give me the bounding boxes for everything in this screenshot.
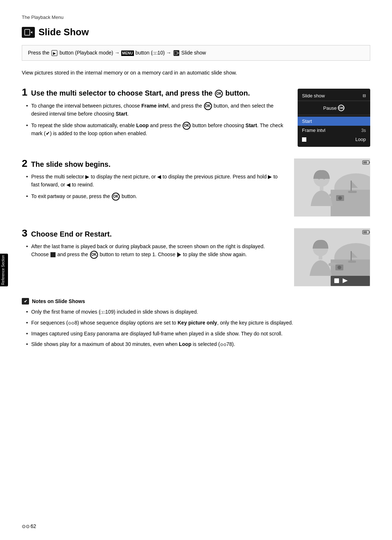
slide-show-title-icon [22, 27, 35, 38]
step2-bullet1: Press the multi selector ▶ to display th… [26, 173, 283, 189]
menu-frame-row: Frame intvl 3s [298, 126, 370, 135]
svg-point-15 [338, 196, 342, 200]
step1-bullet2: To repeat the slide show automatically, … [26, 122, 287, 138]
menu-loop-row: Loop [298, 135, 370, 144]
intro-text: View pictures stored in the internal mem… [22, 69, 276, 77]
ok-symbol-b1: OK [204, 102, 212, 110]
play-icon [177, 252, 181, 257]
notes-item-3: Images captured using Easy panorama are … [26, 330, 370, 338]
svg-marker-3 [177, 52, 179, 54]
reference-section-label: Reference Section [1, 255, 5, 285]
step3-content: 3 Choose End or Restart. After the last … [22, 228, 283, 286]
illustration2-svg [294, 229, 370, 286]
svg-rect-18 [363, 161, 367, 164]
step2-bullet2: To exit partway or pause, press the OK b… [26, 193, 283, 201]
step1-bullets: To change the interval between pictures,… [22, 102, 287, 138]
footer-icon: ⊙⊙ [22, 524, 30, 529]
svg-rect-9 [348, 191, 357, 193]
illustration1-svg [294, 159, 370, 217]
svg-point-28 [338, 266, 341, 269]
svg-rect-26 [319, 255, 322, 259]
side-reference-container: Reference Section [0, 254, 8, 286]
menu-battery-icon: ⊟ [363, 93, 366, 98]
menu-start-row: Start [298, 117, 370, 126]
svg-rect-24 [348, 261, 356, 263]
menu-pause-row: Pause OK [298, 102, 370, 113]
ok-button-symbol1: OK [215, 90, 223, 98]
svg-marker-1 [30, 31, 32, 33]
stop-icon [50, 252, 56, 257]
step3-bullet1: After the last frame is played back or d… [26, 243, 283, 259]
illustration-1 [294, 158, 370, 217]
step2-number: 2 [22, 158, 28, 169]
ok-symbol-b2: OK [183, 122, 191, 130]
title-text: Slide Show [38, 27, 89, 38]
step3-heading-text: Choose End or Restart. [31, 230, 112, 238]
page-header: The Playback Menu [22, 15, 370, 20]
svg-rect-7 [351, 181, 352, 192]
svg-rect-17 [369, 162, 370, 163]
notes-item-4: Slide shows play for a maximum of about … [26, 340, 370, 348]
illustration-2 [294, 228, 370, 286]
svg-rect-33 [369, 231, 370, 233]
notes-check-icon: ✔ [22, 298, 29, 305]
svg-rect-13 [320, 186, 323, 190]
step1-heading-text: Use the multi selector to choose Start, … [31, 89, 250, 98]
notes-header: ✔ Notes on Slide Shows [22, 298, 370, 305]
step2-bullets: Press the multi selector ▶ to display th… [22, 173, 283, 201]
step1-content: 1 Use the multi selector to choose Start… [22, 87, 287, 147]
instruction-box: Press the ▶ button (Playback mode) → MEN… [22, 45, 370, 61]
step2-heading-text: The slide show begins. [31, 160, 111, 169]
step1-heading: 1 Use the multi selector to choose Start… [22, 87, 287, 98]
menu-button-icon: MENU [121, 51, 134, 56]
svg-rect-22 [351, 251, 352, 261]
svg-rect-0 [25, 29, 30, 35]
step3-number: 3 [22, 228, 28, 238]
step2-heading: 2 The slide show begins. [22, 158, 283, 169]
svg-rect-34 [363, 231, 367, 233]
svg-rect-2 [174, 51, 177, 55]
notes-item-2: For sequences (⊙⊙8) whose sequence displ… [26, 319, 370, 327]
page-footer: ⊙⊙ 62 [22, 523, 36, 529]
svg-rect-30 [334, 278, 339, 283]
menu-divider1 [298, 115, 370, 115]
step3-heading: 3 Choose End or Restart. [22, 228, 283, 238]
slideshow-icon-svg [24, 29, 32, 36]
notes-section: ✔ Notes on Slide Shows Only the first fr… [22, 298, 370, 348]
ok-symbol-s2: OK [112, 193, 120, 201]
step1-number: 1 [22, 87, 28, 97]
camera-menu-title-row: Slide show ⊟ [298, 92, 370, 101]
ok-symbol-s3: OK [90, 251, 98, 259]
step1-bullet1: To change the interval between pictures,… [26, 102, 287, 118]
notes-item-1: Only the first frame of movies (□□109) i… [26, 308, 370, 316]
ok-circle-pause: OK [338, 105, 344, 111]
step2-content: 2 The slide show begins. Press the multi… [22, 158, 283, 217]
step3-section: 3 Choose End or Restart. After the last … [22, 228, 370, 286]
menu-loop-icon [302, 137, 306, 142]
step3-bullets: After the last frame is played back or d… [22, 243, 283, 259]
step1-section: 1 Use the multi selector to choose Start… [22, 87, 370, 147]
step1-camera-menu: Slide show ⊟ Pause OK Start Frame intvl … [298, 89, 370, 147]
footer-page: 62 [30, 523, 36, 529]
section-title: Slide Show [22, 27, 370, 38]
step2-section: 2 The slide show begins. Press the multi… [22, 158, 370, 217]
notes-list: Only the first frame of movies (□□109) i… [22, 308, 370, 348]
